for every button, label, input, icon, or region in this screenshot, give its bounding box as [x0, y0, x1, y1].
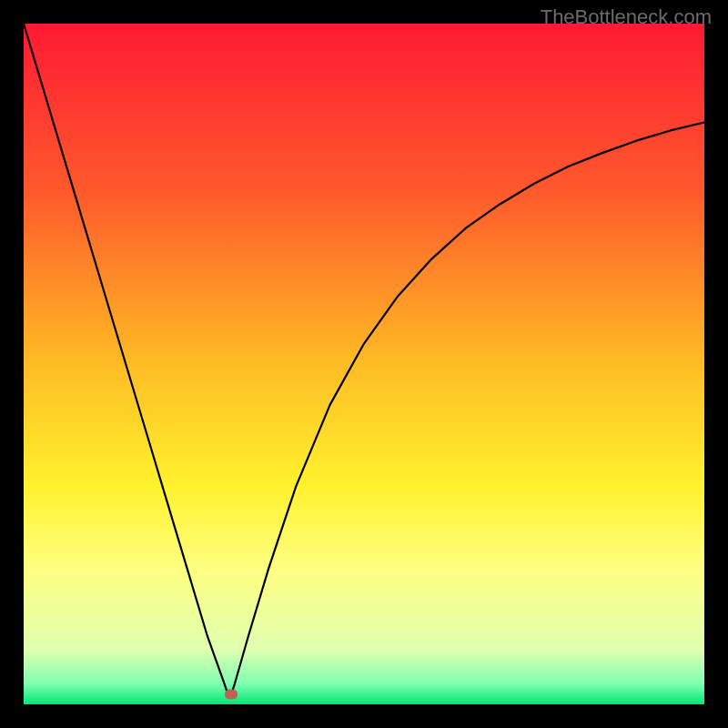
chart-frame — [24, 24, 704, 704]
chart-curve — [24, 24, 704, 704]
chart-marker — [225, 689, 238, 699]
watermark-text: TheBottleneck.com — [541, 5, 712, 29]
